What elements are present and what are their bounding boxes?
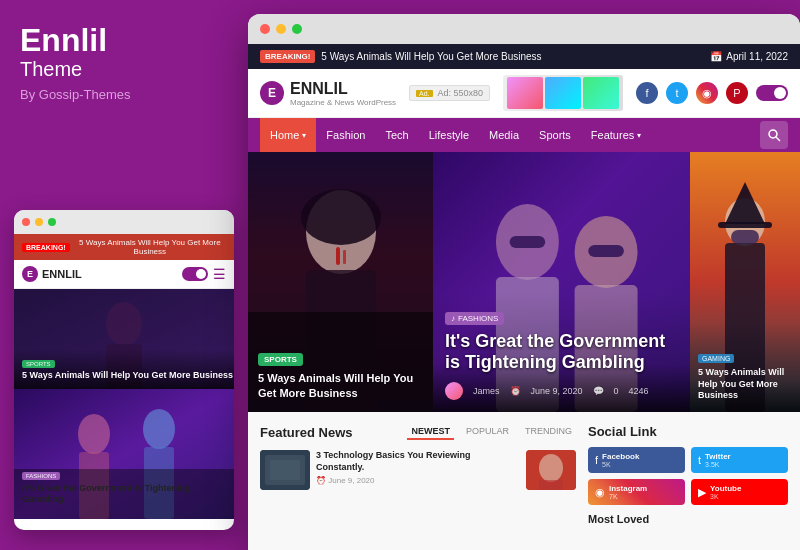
date-text: April 11, 2022 [726, 51, 788, 62]
mini-navbar: E ENNLIL ☰ [14, 260, 234, 289]
news-info-1: 3 Technology Basics You Reviewing Consta… [316, 450, 518, 485]
hero-center-panel: ♪ FASHIONS It's Great the Government is … [433, 152, 690, 412]
navbar-logo-texts: ENNLIL Magazine & News WordPress [290, 80, 396, 107]
twitter-social-card[interactable]: t Twitter 3.5K [691, 447, 788, 473]
twitter-card-icon: t [698, 454, 701, 466]
facebook-icon[interactable]: f [636, 82, 658, 104]
facebook-card-icon: f [595, 454, 598, 466]
navbar-logo: E ENNLIL Magazine & News WordPress [260, 80, 396, 107]
youtube-label: Youtube [710, 484, 741, 493]
tab-newest[interactable]: NEWEST [407, 424, 454, 440]
social-links-grid: f Facebook 5K t Twitter 3.5K [588, 447, 788, 505]
svg-point-16 [301, 189, 381, 245]
mini-fashions-area: FASHIONS It's Great the Government is Ti… [14, 389, 234, 519]
navbar-logo-text: ENNLIL [290, 80, 396, 98]
twitter-icon[interactable]: t [666, 82, 688, 104]
breaking-left: BREAKING! 5 Ways Animals Will Help You G… [260, 50, 542, 63]
hero-section: SPORTS 5 Ways Animals Will Help You Get … [248, 152, 800, 412]
main-content: BREAKING! 5 Ways Animals Will Help You G… [248, 44, 800, 550]
news-thumb-1 [260, 450, 310, 490]
hero-left-title: 5 Ways Animals Will Help You Get More Bu… [258, 371, 433, 400]
navbar-social-icons: f t ◉ P [636, 82, 788, 104]
facebook-social-card[interactable]: f Facebook 5K [588, 447, 685, 473]
mini-dot-yellow [35, 218, 43, 226]
navbar-ad-label: Ad. Ad: 550x80 [409, 85, 490, 101]
svg-rect-41 [539, 480, 563, 490]
svg-rect-38 [270, 460, 300, 480]
featured-news: Featured News NEWEST POPULAR TRENDING [260, 424, 576, 542]
hero-meta: James ⏰ June 9, 2020 💬 0 4246 [445, 382, 678, 400]
main-dot-green [292, 24, 302, 34]
breaking-bar: BREAKING! 5 Ways Animals Will Help You G… [248, 44, 800, 69]
nav-lifestyle[interactable]: Lifestyle [419, 118, 479, 152]
pinterest-icon[interactable]: P [726, 82, 748, 104]
twitter-label: Twitter [705, 452, 731, 461]
nav-media[interactable]: Media [479, 118, 529, 152]
hero-left-sports-badge: SPORTS [258, 353, 303, 366]
youtube-card-icon: ▶ [698, 486, 706, 499]
hero-center-title: It's Great the Government is Tightening … [445, 331, 678, 374]
svg-rect-18 [336, 247, 340, 265]
brand-subtitle: Theme [20, 58, 228, 81]
nav-home[interactable]: Home ▾ [260, 118, 316, 152]
featured-news-header: Featured News NEWEST POPULAR TRENDING [260, 424, 576, 440]
instagram-icon[interactable]: ◉ [696, 82, 718, 104]
nav-tech[interactable]: Tech [375, 118, 418, 152]
nav-sports[interactable]: Sports [529, 118, 581, 152]
navbar-ad-area: Ad. Ad: 550x80 [409, 85, 490, 101]
mini-fashions-section: FASHIONS It's Great the Government is Ti… [14, 458, 234, 511]
svg-point-11 [769, 130, 777, 138]
facebook-card-info: Facebook 5K [602, 452, 639, 468]
mini-logo: E ENNLIL [22, 266, 82, 282]
mini-hero-title: 5 Ways Animals Will Help You Get More Bu… [22, 370, 233, 381]
mini-menu-icon[interactable]: ☰ [213, 266, 226, 282]
hero-comments: 0 [614, 386, 619, 396]
instagram-social-card[interactable]: ◉ Instagram 7K [588, 479, 685, 505]
social-links-title: Social Link [588, 424, 788, 439]
svg-point-40 [539, 454, 563, 482]
tab-popular[interactable]: POPULAR [462, 424, 513, 440]
gaming-badge: GAMING [698, 354, 734, 363]
fashions-badge: ♪ FASHIONS [445, 312, 504, 325]
news-title-1: 3 Technology Basics You Reviewing Consta… [316, 450, 518, 473]
tab-trending[interactable]: TRENDING [521, 424, 576, 440]
hero-date-icon: ⏰ [510, 386, 521, 396]
youtube-social-card[interactable]: ▶ Youtube 3K [691, 479, 788, 505]
breaking-text: 5 Ways Animals Will Help You Get More Bu… [321, 51, 541, 62]
instagram-card-icon: ◉ [595, 486, 605, 499]
calendar-icon: 📅 [710, 51, 722, 62]
news-item-2 [526, 450, 576, 490]
features-chevron: ▾ [637, 131, 641, 140]
news-date-1: ⏰ June 9, 2020 [316, 476, 518, 485]
featured-news-title: Featured News [260, 425, 352, 440]
banner-thumb-3 [583, 77, 619, 109]
hero-right-content: GAMING 5 Ways Animals Will Help You Get … [698, 347, 792, 402]
nav-fashion[interactable]: Fashion [316, 118, 375, 152]
mini-sports-badge: SPORTS [22, 360, 55, 368]
twitter-card-info: Twitter 3.5K [705, 452, 731, 468]
navbar-banner-img [503, 75, 623, 111]
youtube-count: 3K [710, 493, 741, 500]
svg-rect-34 [731, 230, 759, 244]
news-item-1: 3 Technology Basics You Reviewing Consta… [260, 450, 518, 490]
breaking-badge: BREAKING! [260, 50, 315, 63]
hero-author: James [473, 386, 500, 396]
hero-center-content: ♪ FASHIONS It's Great the Government is … [445, 307, 678, 400]
banner-thumb-1 [507, 77, 543, 109]
main-browser-chrome [248, 14, 800, 44]
breaking-date: 📅 April 11, 2022 [710, 51, 788, 62]
nav-menu: Home ▾ Fashion Tech Lifestyle Media Spor… [248, 118, 800, 152]
featured-news-tabs: NEWEST POPULAR TRENDING [407, 424, 576, 440]
top-navbar: E ENNLIL Magazine & News WordPress Ad. A… [248, 69, 800, 118]
nav-features[interactable]: Features ▾ [581, 118, 651, 152]
dark-mode-toggle[interactable] [756, 85, 788, 101]
banner-thumb-2 [545, 77, 581, 109]
navbar-logo-icon: E [260, 81, 284, 105]
mini-toggle-area: ☰ [182, 266, 226, 282]
nav-search-button[interactable] [760, 121, 788, 149]
mini-dark-mode-toggle[interactable] [182, 267, 208, 281]
brand-by: By Gossip-Themes [20, 87, 228, 102]
facebook-count: 5K [602, 461, 639, 468]
mini-fashions-badge: FASHIONS [22, 472, 60, 480]
svg-rect-19 [343, 250, 346, 264]
